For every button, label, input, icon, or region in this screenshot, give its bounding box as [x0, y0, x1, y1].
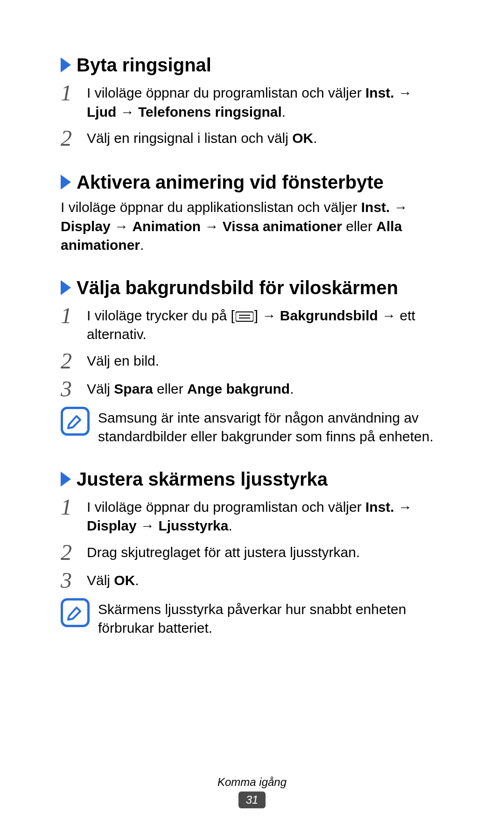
section-title: Justera skärmens ljusstyrka	[77, 468, 328, 490]
step-text: I viloläge öppnar du programlistan och v…	[87, 81, 443, 121]
step-number: 2	[61, 126, 87, 149]
section-title: Aktivera animering vid fönsterbyte	[77, 171, 384, 193]
section-heading: Välja bakgrundsbild för viloskärmen	[61, 276, 443, 299]
section: Justera skärmens ljusstyrka1I viloläge ö…	[61, 468, 443, 638]
section: Välja bakgrundsbild för viloskärmen1I vi…	[61, 276, 443, 446]
step-text: I viloläge trycker du på [] → Bakgrundsb…	[87, 304, 443, 344]
step: 1I viloläge öppnar du programlistan och …	[61, 495, 443, 536]
section-paragraph: I viloläge öppnar du applikationslistan …	[61, 198, 443, 255]
menu-key-icon	[235, 311, 254, 322]
step-number: 3	[61, 377, 87, 400]
step: 1I viloläge trycker du på [] → Bakgrunds…	[61, 304, 443, 344]
chevron-right-icon	[61, 57, 71, 72]
step: 2Välj en bild.	[61, 349, 443, 372]
step-number: 1	[61, 81, 87, 104]
chevron-right-icon	[61, 472, 71, 487]
svg-rect-0	[236, 312, 253, 321]
note: Samsung är inte ansvarigt för någon anvä…	[61, 407, 443, 446]
step: 1I viloläge öppnar du programlistan och …	[61, 81, 443, 121]
note: Skärmens ljusstyrka påverkar hur snabbt …	[61, 598, 443, 638]
step-text: Välj Spara eller Ange bakgrund.	[87, 377, 294, 399]
section-title: Välja bakgrundsbild för viloskärmen	[77, 276, 398, 299]
step-text: Välj en ringsignal i listan och välj OK.	[87, 126, 317, 148]
step-text: Drag skjutreglaget för att justera ljuss…	[87, 540, 360, 562]
note-icon	[61, 598, 90, 627]
chevron-right-icon	[61, 280, 71, 295]
step-text: Välj en bild.	[87, 349, 159, 371]
section-heading: Aktivera animering vid fönsterbyte	[61, 171, 443, 193]
section-title: Byta ringsignal	[77, 54, 211, 76]
section: Byta ringsignal1I viloläge öppnar du pro…	[61, 54, 443, 149]
section-heading: Byta ringsignal	[61, 54, 443, 76]
section: Aktivera animering vid fönsterbyteI vilo…	[61, 171, 443, 255]
page-number-badge: 31	[238, 792, 266, 808]
step: 2Välj en ringsignal i listan och välj OK…	[61, 126, 443, 149]
note-text: Skärmens ljusstyrka påverkar hur snabbt …	[98, 598, 443, 638]
step-text: I viloläge öppnar du programlistan och v…	[87, 495, 443, 536]
page-content: Byta ringsignal1I viloläge öppnar du pro…	[0, 0, 504, 638]
footer-section-label: Komma igång	[0, 776, 504, 789]
step: 3Välj OK.	[61, 568, 443, 592]
page-footer: Komma igång 31	[0, 776, 504, 808]
step-number: 1	[61, 495, 87, 518]
section-heading: Justera skärmens ljusstyrka	[61, 468, 443, 490]
note-text: Samsung är inte ansvarigt för någon anvä…	[98, 407, 443, 446]
step-text: Välj OK.	[87, 568, 139, 590]
step-number: 3	[61, 568, 87, 592]
chevron-right-icon	[61, 175, 71, 190]
note-icon	[61, 407, 90, 436]
step-number: 2	[61, 349, 87, 372]
step: 3Välj Spara eller Ange bakgrund.	[61, 377, 443, 400]
step-number: 1	[61, 304, 87, 327]
step-number: 2	[61, 540, 87, 564]
step: 2Drag skjutreglaget för att justera ljus…	[61, 540, 443, 564]
